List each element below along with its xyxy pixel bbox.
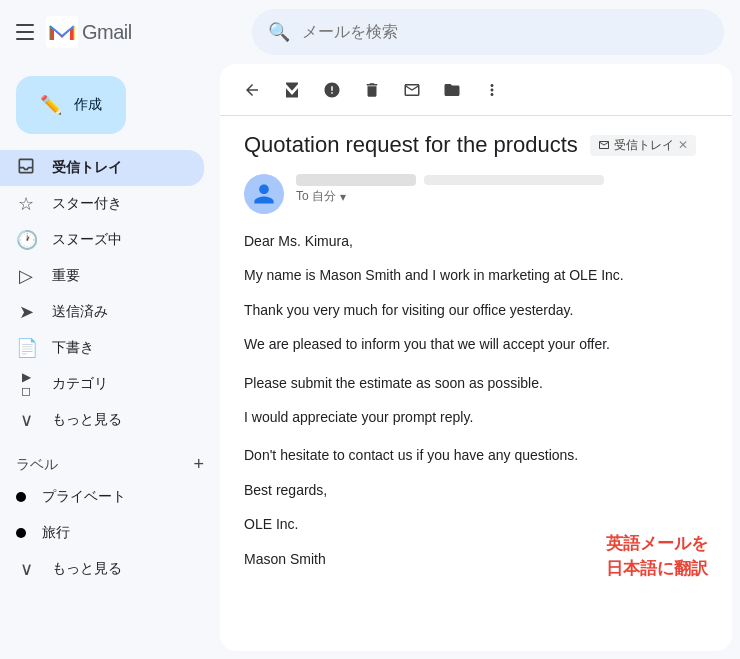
compose-label: 作成 xyxy=(74,96,102,114)
compose-button[interactable]: ✏️ 作成 xyxy=(16,76,126,134)
travel-label: 旅行 xyxy=(42,524,70,542)
sidebar-item-starred[interactable]: ☆ スター付き xyxy=(0,186,204,222)
pencil-icon: ✏️ xyxy=(40,94,62,116)
inbox-icon xyxy=(16,156,36,181)
sent-label: 送信済み xyxy=(52,303,108,321)
body-line2: We are pleased to inform you that we wil… xyxy=(244,333,708,355)
body-signature: Best regards, OLE Inc. Mason Smith xyxy=(244,479,327,582)
sidebar-item-labels-more[interactable]: ∨ もっと見る xyxy=(0,551,204,587)
email-content: Quotation request for the products 受信トレイ… xyxy=(220,116,732,651)
topbar-left: Gmail xyxy=(16,16,236,48)
email-panel: Quotation request for the products 受信トレイ… xyxy=(220,64,732,651)
body-company: OLE Inc. xyxy=(244,513,327,535)
snoozed-label: スヌーズ中 xyxy=(52,231,122,249)
translate-line1: 英語メールを xyxy=(606,531,708,557)
labels-title: ラベル xyxy=(16,456,58,474)
body-para1: Thank you very much for visiting our off… xyxy=(244,299,708,356)
body-para2: Please submit the estimate as soon as po… xyxy=(244,372,708,429)
add-label-icon[interactable]: + xyxy=(193,454,204,475)
sender-email xyxy=(424,175,604,185)
body-greeting: Dear Ms. Kimura, xyxy=(244,230,708,252)
more-icon: ∨ xyxy=(16,409,36,431)
email-subject: Quotation request for the products xyxy=(244,132,578,158)
inbox-label: 受信トレイ xyxy=(52,159,122,177)
inbox-label-tag: 受信トレイ ✕ xyxy=(590,135,696,156)
translate-badge[interactable]: 英語メールを 日本語に翻訳 xyxy=(606,531,708,582)
more-options-button[interactable] xyxy=(476,74,508,106)
sender-avatar xyxy=(244,174,284,214)
clock-icon: 🕐 xyxy=(16,229,36,251)
body-footer: Best regards, OLE Inc. Mason Smith 英語メール… xyxy=(244,479,708,582)
more-label: もっと見る xyxy=(52,411,122,429)
sidebar-item-sent[interactable]: ➤ 送信済み xyxy=(0,294,204,330)
body-line4: I would appreciate your prompt reply. xyxy=(244,406,708,428)
search-input[interactable] xyxy=(302,23,708,41)
labels-more-icon: ∨ xyxy=(16,558,36,580)
sidebar-item-private[interactable]: プライベート xyxy=(0,479,204,515)
sidebar: ✏️ 作成 受信トレイ ☆ スター付き 🕐 スヌーズ中 ▷ 重要 ➤ 送信済み … xyxy=(0,64,220,659)
search-bar[interactable]: 🔍 xyxy=(252,9,724,55)
topbar: Gmail 🔍 xyxy=(0,0,740,64)
send-icon: ➤ xyxy=(16,301,36,323)
archive-button[interactable] xyxy=(276,74,308,106)
to-label: To 自分 xyxy=(296,188,336,205)
sidebar-item-snoozed[interactable]: 🕐 スヌーズ中 xyxy=(0,222,204,258)
sender-info: To 自分 ▾ xyxy=(296,174,708,205)
body-contact: Don't hesitate to contact us if you have… xyxy=(244,444,708,466)
back-button[interactable] xyxy=(236,74,268,106)
email-toolbar xyxy=(220,64,732,116)
translate-line2: 日本語に翻訳 xyxy=(606,556,708,582)
email-header: To 自分 ▾ xyxy=(244,174,708,214)
sidebar-item-inbox[interactable]: 受信トレイ xyxy=(0,150,204,186)
to-row: To 自分 ▾ xyxy=(296,188,708,205)
body-regards: Best regards, xyxy=(244,479,327,501)
star-icon: ☆ xyxy=(16,193,36,215)
search-icon: 🔍 xyxy=(268,21,290,43)
private-label: プライベート xyxy=(42,488,126,506)
sidebar-item-important[interactable]: ▷ 重要 xyxy=(0,258,204,294)
body-line3: Please submit the estimate as soon as po… xyxy=(244,372,708,394)
body-line1: Thank you very much for visiting our off… xyxy=(244,299,708,321)
delete-button[interactable] xyxy=(356,74,388,106)
body-name: Mason Smith xyxy=(244,548,327,570)
move-button[interactable] xyxy=(436,74,468,106)
sidebar-item-drafts[interactable]: 📄 下書き xyxy=(0,330,204,366)
mark-unread-button[interactable] xyxy=(396,74,428,106)
inbox-tag-label: 受信トレイ xyxy=(614,137,674,154)
starred-label: スター付き xyxy=(52,195,122,213)
important-label: 重要 xyxy=(52,267,80,285)
body-intro: My name is Mason Smith and I work in mar… xyxy=(244,264,708,286)
gmail-logo: Gmail xyxy=(46,16,132,48)
menu-button[interactable] xyxy=(16,24,34,40)
categories-icon: ▶ ◻ xyxy=(16,370,36,398)
gmail-text: Gmail xyxy=(82,21,132,44)
sidebar-item-more[interactable]: ∨ もっと見る xyxy=(0,402,204,438)
draft-icon: 📄 xyxy=(16,337,36,359)
to-dropdown-icon[interactable]: ▾ xyxy=(340,190,346,204)
sidebar-item-travel[interactable]: 旅行 xyxy=(0,515,204,551)
travel-label-dot xyxy=(16,528,26,538)
categories-label: カテゴリ xyxy=(52,375,108,393)
sender-name-row xyxy=(296,174,708,186)
labels-more-label: もっと見る xyxy=(52,560,122,578)
private-label-dot xyxy=(16,492,26,502)
sender-name xyxy=(296,174,416,186)
email-subject-row: Quotation request for the products 受信トレイ… xyxy=(244,132,708,158)
sidebar-item-categories[interactable]: ▶ ◻ カテゴリ xyxy=(0,366,204,402)
labels-section-title: ラベル + xyxy=(0,438,220,479)
email-body: Dear Ms. Kimura, My name is Mason Smith … xyxy=(244,230,708,582)
remove-label-button[interactable]: ✕ xyxy=(678,138,688,152)
important-icon: ▷ xyxy=(16,265,36,287)
spam-button[interactable] xyxy=(316,74,348,106)
drafts-label: 下書き xyxy=(52,339,94,357)
main-area: ✏️ 作成 受信トレイ ☆ スター付き 🕐 スヌーズ中 ▷ 重要 ➤ 送信済み … xyxy=(0,64,740,659)
